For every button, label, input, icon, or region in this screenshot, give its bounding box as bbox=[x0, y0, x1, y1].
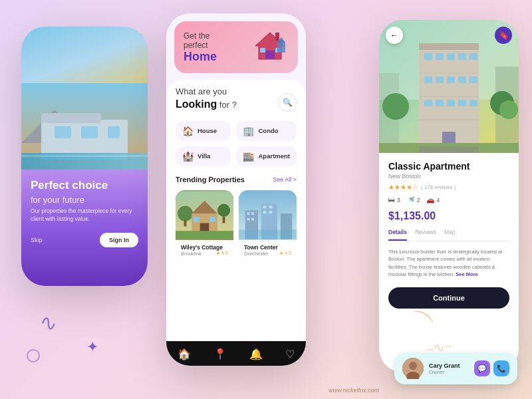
svg-rect-21 bbox=[184, 219, 187, 226]
nav-heart-icon[interactable]: ♡ bbox=[285, 348, 295, 360]
phone2-search-title: What are you Looking for ? bbox=[176, 86, 237, 112]
property-description: This luxurious builder floor is strategi… bbox=[388, 248, 509, 278]
category-house[interactable]: 🏠 House bbox=[176, 121, 231, 141]
search-title-line2: Looking for ? bbox=[176, 98, 237, 112]
svg-point-47 bbox=[382, 93, 409, 120]
phone1-content: Perfect choice for your future Our prope… bbox=[21, 170, 148, 255]
phone3-detail-body: Classic Apartment New Boston ★★★★☆ ( 178… bbox=[379, 153, 519, 323]
svg-rect-12 bbox=[265, 51, 275, 59]
phone-detail: ← 🔖 Classic Apartment New Boston ★★★★☆ (… bbox=[379, 20, 519, 372]
category-apartment[interactable]: 🏬 Apartment bbox=[236, 146, 297, 166]
deco-squiggle: ∿ bbox=[38, 309, 60, 337]
nav-location-icon[interactable]: 📍 bbox=[213, 348, 227, 360]
svg-rect-37 bbox=[251, 218, 254, 221]
svg-rect-60 bbox=[436, 76, 444, 83]
house-label: House bbox=[198, 127, 217, 134]
skip-button[interactable]: Skip bbox=[31, 237, 43, 243]
owner-info: Cary Grant Owner bbox=[429, 362, 469, 375]
svg-rect-55 bbox=[436, 53, 444, 60]
property-location-0: Brookline ★ 4.5 bbox=[181, 251, 228, 257]
owner-card: Cary Grant Owner 💬 📞 bbox=[394, 352, 517, 384]
detail-tabs: Details Reviews Map bbox=[388, 229, 509, 241]
banner-house-icon bbox=[252, 29, 289, 65]
trending-header: Trending Properties See All > bbox=[176, 176, 297, 184]
phone-onboarding: Perfect choice for your future Our prope… bbox=[21, 27, 148, 286]
svg-rect-42 bbox=[239, 229, 297, 239]
property-image-1 bbox=[239, 190, 297, 240]
see-all-button[interactable]: See All > bbox=[273, 176, 297, 183]
svg-rect-65 bbox=[436, 100, 444, 106]
svg-rect-29 bbox=[176, 231, 233, 239]
banner-line3: Home bbox=[184, 50, 217, 64]
phone2-banner-text: Get the perfect Home bbox=[184, 31, 217, 64]
svg-point-20 bbox=[217, 203, 230, 216]
svg-rect-15 bbox=[275, 33, 279, 41]
baths-amenity: 🚿 2 bbox=[407, 196, 420, 203]
deco-ring bbox=[27, 349, 40, 362]
baths-count: 2 bbox=[417, 197, 420, 203]
svg-rect-61 bbox=[447, 76, 455, 83]
category-grid: 🏠 House 🏢 Condo 🏰 Villa 🏬 Apartment bbox=[176, 121, 297, 166]
svg-rect-41 bbox=[269, 211, 272, 213]
svg-point-49 bbox=[499, 100, 518, 119]
svg-rect-70 bbox=[419, 43, 479, 50]
svg-rect-56 bbox=[447, 53, 455, 60]
search-button[interactable]: 🔍 bbox=[278, 93, 297, 112]
phone2-body: What are you Looking for ? 🔍 🏠 House 🏢 C… bbox=[166, 80, 306, 341]
svg-rect-6 bbox=[81, 126, 98, 138]
svg-rect-22 bbox=[223, 217, 225, 223]
svg-rect-68 bbox=[469, 100, 477, 106]
category-condo[interactable]: 🏢 Condo bbox=[236, 121, 297, 141]
rating-stars: ★★★★☆ bbox=[388, 184, 418, 191]
rating-row: ★★★★☆ ( 178 reviews ) bbox=[388, 184, 509, 191]
banner-line1: Get the bbox=[184, 31, 217, 41]
property-card-1[interactable]: Town Center Dorchester ★ 4.5 bbox=[239, 190, 297, 261]
svg-rect-64 bbox=[424, 100, 432, 106]
villa-label: Villa bbox=[198, 152, 210, 160]
watermark: www.nickelfox.com bbox=[329, 387, 379, 394]
nav-home-icon[interactable]: 🏠 bbox=[178, 348, 191, 360]
continue-button[interactable]: Continue bbox=[388, 287, 509, 309]
svg-rect-13 bbox=[260, 48, 265, 53]
svg-rect-62 bbox=[458, 76, 466, 83]
search-title-line3: for ? bbox=[219, 100, 237, 110]
deco-star: ✦ bbox=[86, 338, 98, 356]
category-villa[interactable]: 🏰 Villa bbox=[176, 146, 231, 166]
svg-point-74 bbox=[409, 362, 417, 370]
chat-button[interactable]: 💬 bbox=[474, 360, 490, 376]
property-card-0[interactable]: Wiley's Cottage Brookline ★ 4.5 bbox=[176, 190, 233, 261]
property-info-1: Town Center Dorchester ★ 4.5 bbox=[239, 240, 297, 261]
phone2-nav: 🏠 📍 🔔 ♡ bbox=[166, 341, 306, 366]
svg-rect-72 bbox=[419, 146, 479, 153]
nav-bell-icon[interactable]: 🔔 bbox=[249, 348, 263, 360]
phone1-title: Perfect choice bbox=[31, 179, 138, 192]
trending-cards: Wiley's Cottage Brookline ★ 4.5 bbox=[176, 190, 297, 261]
phone1-subtitle: for your future bbox=[31, 195, 138, 205]
svg-rect-54 bbox=[424, 53, 432, 60]
svg-rect-57 bbox=[458, 53, 466, 60]
back-button[interactable]: ← bbox=[386, 27, 403, 44]
apartment-icon: 🏬 bbox=[243, 151, 254, 162]
property-title: Classic Apartment bbox=[388, 161, 509, 172]
owner-avatar bbox=[402, 358, 424, 379]
svg-rect-34 bbox=[247, 212, 250, 215]
signin-button[interactable]: Sign In bbox=[100, 233, 138, 247]
phone2-banner: Get the perfect Home bbox=[174, 21, 298, 73]
tab-reviews[interactable]: Reviews bbox=[415, 229, 436, 241]
svg-rect-9 bbox=[21, 155, 148, 157]
call-button[interactable]: 📞 bbox=[493, 360, 509, 376]
tab-details[interactable]: Details bbox=[388, 229, 407, 241]
property-price: $1,135.00 bbox=[388, 210, 509, 222]
review-count: ( 178 reviews ) bbox=[421, 184, 456, 190]
bed-icon: 🛏 bbox=[388, 196, 395, 203]
svg-rect-63 bbox=[469, 76, 477, 83]
svg-rect-38 bbox=[263, 205, 267, 208]
svg-rect-66 bbox=[447, 100, 455, 106]
see-more-button[interactable]: See More bbox=[456, 271, 477, 277]
phone2-search-row: What are you Looking for ? 🔍 bbox=[176, 86, 297, 112]
amenities-row: 🛏 3 🚿 2 🚗 4 bbox=[388, 196, 509, 203]
tab-map[interactable]: Map bbox=[444, 229, 456, 241]
bookmark-button[interactable]: 🔖 bbox=[495, 27, 512, 44]
parking-amenity: 🚗 4 bbox=[426, 196, 440, 203]
trending-title: Trending Properties bbox=[176, 176, 245, 184]
